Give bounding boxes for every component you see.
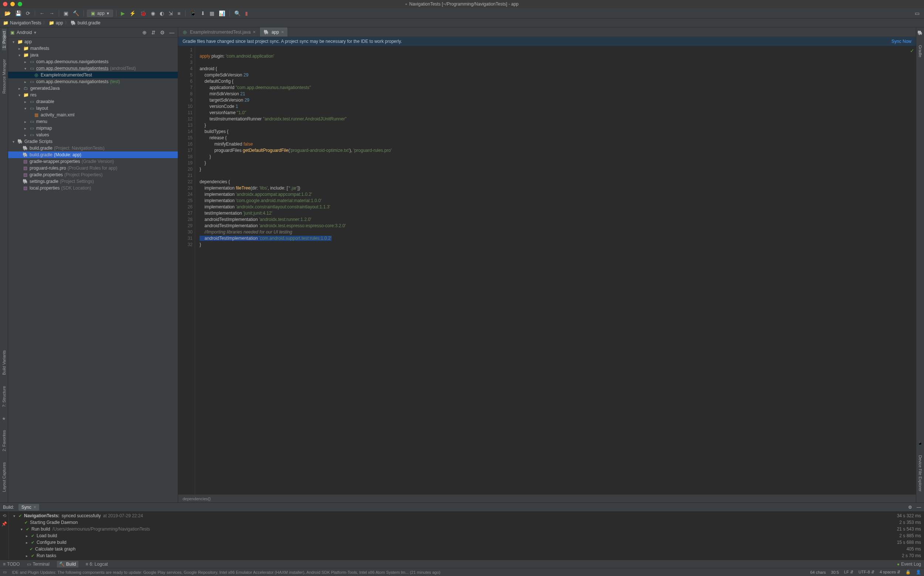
rail-resource-manager[interactable]: Resource Manager	[2, 57, 6, 96]
rail-favorites[interactable]: 2: Favorites	[2, 428, 6, 453]
build-row-taskgraph[interactable]: ✔Calculate task graph405 ms	[12, 546, 921, 552]
tree-node-menu[interactable]: ▸▭menu	[8, 118, 178, 125]
settings-icon[interactable]: ⚙	[908, 505, 912, 510]
sync-now-button[interactable]: Sync Now	[892, 39, 911, 44]
document-icon: ▫	[405, 2, 407, 6]
tw-event-log[interactable]: ●Event Log	[897, 562, 921, 567]
debug-button[interactable]: 🐞	[139, 10, 148, 17]
hide-button[interactable]: —	[168, 30, 176, 35]
attach-debugger-button[interactable]: ⇲	[167, 10, 175, 17]
rail-device-explorer[interactable]: Device File Explorer	[918, 453, 922, 494]
save-all-button[interactable]: 💾	[14, 10, 23, 17]
rail-project[interactable]: 1: Project	[2, 29, 6, 50]
make-button[interactable]: 🔨	[71, 10, 80, 17]
status-window-icon[interactable]: ▭	[3, 570, 6, 574]
run-config-dropdown[interactable]: ▣ app ▾	[87, 10, 113, 17]
tree-node-activity-main[interactable]: ▦activity_main.xml	[8, 112, 178, 118]
minimize-window-button[interactable]	[10, 2, 15, 6]
code-content[interactable]: ✓apply plugin: 'com.android.application'…	[195, 46, 916, 494]
avd-manager-button[interactable]: 📱	[189, 10, 198, 17]
project-view-dropdown[interactable]: Android	[17, 30, 32, 35]
tw-todo[interactable]: ≡TODO	[3, 562, 19, 567]
tree-node-app[interactable]: ▾📁app	[8, 38, 178, 45]
tree-node-res[interactable]: ▾📁res	[8, 92, 178, 98]
tree-node-values[interactable]: ▸▭values	[8, 131, 178, 138]
build-row-load[interactable]: ▸✔Load build2 s 885 ms	[12, 533, 921, 539]
locate-button[interactable]: ⊕	[141, 30, 148, 35]
rail-structure[interactable]: 7: Structure	[2, 384, 6, 410]
build-tree[interactable]: ▾✔NavigationTests: synced successfully a…	[9, 512, 924, 560]
tree-node-pkg-main[interactable]: ▸▭com.app.deemounus.navigationtests	[8, 58, 178, 65]
project-tree[interactable]: ▾📁app ▸📁manifests ▾📁java ▸▭com.app.deemo…	[8, 38, 178, 502]
close-tab-icon[interactable]: ×	[281, 29, 284, 35]
tw-build[interactable]: 🔨Build	[57, 561, 78, 568]
tw-terminal[interactable]: ▭Terminal	[27, 562, 49, 567]
lock-icon[interactable]: 🔒	[905, 570, 911, 574]
rail-gradle[interactable]: Gradle	[918, 43, 922, 59]
settings-button[interactable]: ⚙	[159, 30, 166, 35]
status-indent[interactable]: 4 spaces ⇵	[880, 570, 900, 574]
tree-node-pkg-test[interactable]: ▸▭com.app.deemounus.navigationtests (tes…	[8, 78, 178, 85]
sync-button[interactable]: ⟳	[24, 10, 32, 17]
build-row-runbuild[interactable]: ▾✔Run build /Users/deemounus/Programming…	[12, 526, 921, 533]
close-icon[interactable]: ×	[34, 505, 36, 510]
status-hector-icon[interactable]: 👤	[916, 570, 921, 574]
tree-node-proguard[interactable]: ▤proguard-rules.pro (ProGuard Rules for …	[8, 165, 178, 171]
build-tab-sync[interactable]: Sync×	[18, 504, 39, 510]
close-window-button[interactable]	[3, 2, 7, 6]
tree-node-gradle-scripts[interactable]: ▾🐘Gradle Scripts	[8, 138, 178, 145]
close-tab-icon[interactable]: ×	[253, 29, 256, 35]
stop-button[interactable]: ■	[176, 10, 182, 17]
run-button[interactable]: ▶	[119, 10, 127, 17]
unknown-button[interactable]: ▮	[243, 10, 250, 17]
collapse-button[interactable]: ▭	[913, 10, 921, 17]
forward-button[interactable]: →	[48, 10, 56, 17]
tree-node-wrapper-props[interactable]: ▤gradle-wrapper.properties (Gradle Versi…	[8, 158, 178, 165]
open-file-button[interactable]: 📂	[3, 10, 12, 17]
search-button[interactable]: 🔍	[233, 10, 242, 17]
status-encoding[interactable]: UTF-8 ⇵	[858, 570, 874, 574]
tree-node-build-gradle-proj[interactable]: 🐘build.gradle (Project: NavigationTests)	[8, 145, 178, 152]
tree-node-layout[interactable]: ▾▭layout	[8, 105, 178, 112]
build-row-configure[interactable]: ▸✔Configure build15 s 688 ms	[12, 539, 921, 546]
apply-changes-button[interactable]: ⚡	[128, 10, 137, 17]
code-breadcrumb[interactable]: dependencies{}	[178, 494, 916, 502]
tree-node-gradle-props[interactable]: ▤gradle.properties (Project Properties)	[8, 171, 178, 178]
editor-tab-app[interactable]: 🐘app×	[260, 27, 288, 37]
breadcrumb-root[interactable]: 📁NavigationTests	[3, 20, 42, 26]
rail-build-variants[interactable]: Build Variants	[2, 348, 6, 377]
restart-icon[interactable]: ⟲	[3, 513, 6, 518]
collapse-all-button[interactable]: ⇵	[150, 30, 157, 35]
tree-node-manifests[interactable]: ▸📁manifests	[8, 45, 178, 52]
breadcrumb-module[interactable]: 📁app	[49, 20, 63, 26]
tree-node-java[interactable]: ▾📁java	[8, 52, 178, 58]
pin-icon[interactable]: 📌	[2, 521, 7, 526]
build-row-daemon[interactable]: ✔Starting Gradle Daemon2 s 353 ms	[12, 519, 921, 526]
editor-tab-example[interactable]: ◎ExampleInstrumentedTest.java×	[178, 27, 260, 37]
layout-button[interactable]: ▦	[208, 10, 216, 17]
hide-panel-icon[interactable]: —	[917, 505, 921, 510]
tree-node-generatedjava[interactable]: ▸🗀generatedJava	[8, 85, 178, 92]
breadcrumb-file[interactable]: 🐘build.gradle	[70, 20, 101, 26]
tree-node-mipmap[interactable]: ▸▭mipmap	[8, 125, 178, 131]
device-button[interactable]: ▣	[62, 10, 70, 17]
rail-layout-captures[interactable]: Layout Captures	[2, 460, 6, 494]
tree-node-example-test[interactable]: ◎ExampleInstrumentedTest	[8, 72, 178, 78]
build-row-root[interactable]: ▾✔NavigationTests: synced successfully a…	[12, 512, 921, 519]
tree-node-build-gradle-app[interactable]: 🐘build.gradle (Module: app)	[8, 152, 178, 158]
tree-node-drawable[interactable]: ▸▭drawable	[8, 98, 178, 105]
tree-node-local-props[interactable]: ▤local.properties (SDK Location)	[8, 185, 178, 191]
tree-node-settings-gradle[interactable]: 🐘settings.gradle (Project Settings)	[8, 178, 178, 185]
status-line-sep[interactable]: LF ⇵	[844, 570, 854, 574]
android-profiler-button[interactable]: 📊	[217, 10, 227, 17]
profile-button[interactable]: ◉	[149, 10, 157, 17]
tree-node-pkg-androidtest[interactable]: ▾▭com.app.deemounus.navigationtests (and…	[8, 65, 178, 72]
code-editor[interactable]: 1234567891011121314151617181920212223242…	[178, 46, 916, 494]
back-button[interactable]: ←	[38, 10, 46, 17]
sdk-manager-button[interactable]: ⬇	[199, 10, 207, 17]
status-position[interactable]: 30:5	[831, 570, 839, 574]
build-row-runtasks[interactable]: ▸✔Run tasks2 s 70 ms	[12, 552, 921, 559]
tw-logcat[interactable]: ≡6: Logcat	[86, 562, 108, 567]
maximize-window-button[interactable]	[18, 2, 22, 6]
coverage-button[interactable]: ◐	[158, 10, 166, 17]
